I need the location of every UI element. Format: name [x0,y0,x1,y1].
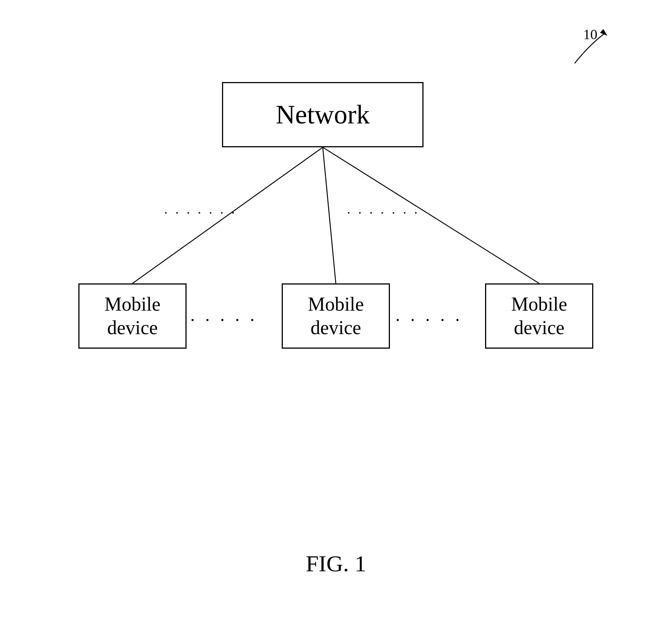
svg-marker-0 [600,29,607,36]
dots-center-right: · · · · · [396,310,463,330]
fig-caption: FIG. 1 [0,550,672,577]
network-label: Network [276,99,370,130]
mobile-device-left: Mobiledevice [78,283,187,349]
network-box: Network [222,82,423,147]
mobile-device-right: Mobiledevice [485,283,593,349]
mobile-label-center: Mobiledevice [308,293,364,339]
dots-line-left: · · · · · · · [164,205,237,221]
dots-left-center: · · · · · [190,310,257,330]
dots-line-right: · · · · · · · [347,205,420,221]
mobile-label-left: Mobiledevice [104,293,160,339]
svg-line-2 [323,147,336,283]
reference-label: 10 [583,26,597,43]
mobile-device-center: Mobiledevice [282,283,390,349]
mobile-label-right: Mobiledevice [511,293,567,339]
diagram-container: 10 Network Mobiledevice Mobiledevice Mob… [0,0,672,644]
